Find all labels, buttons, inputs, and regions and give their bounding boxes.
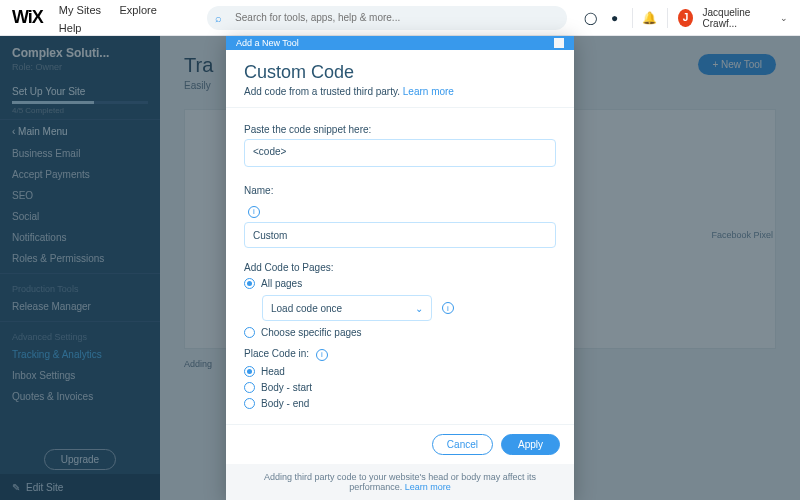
nav-my-sites[interactable]: My Sites <box>59 4 101 16</box>
place-code-label: Place Code in: i <box>244 348 556 361</box>
radio-all-pages[interactable]: All pages <box>244 278 556 289</box>
top-nav: My Sites Explore Help <box>59 0 191 36</box>
modal-footnote: Adding third party code to your website'… <box>226 464 574 500</box>
radio-icon <box>244 382 255 393</box>
radio-body-end[interactable]: Body - end <box>244 398 556 409</box>
radio-body-start[interactable]: Body - start <box>244 382 556 393</box>
modal-footer: Cancel Apply <box>226 424 574 464</box>
search-icon: ⌕ <box>215 12 222 24</box>
code-snippet-input[interactable]: <code> <box>244 139 556 167</box>
radio-choose-pages[interactable]: Choose specific pages <box>244 327 556 338</box>
name-input[interactable] <box>244 222 556 248</box>
cancel-button[interactable]: Cancel <box>432 434 493 455</box>
avatar[interactable]: J <box>678 9 692 27</box>
top-bar: WiX My Sites Explore Help ⌕ ◯ ● 🔔 J Jacq… <box>0 0 800 36</box>
paste-label: Paste the code snippet here: <box>244 124 556 135</box>
separator <box>226 107 574 108</box>
radio-icon <box>244 327 255 338</box>
name-label: Name: <box>244 185 556 196</box>
divider <box>667 8 668 28</box>
radio-icon <box>244 398 255 409</box>
custom-code-modal: Add a New Tool Custom Code Add code from… <box>226 36 574 500</box>
nav-explore[interactable]: Explore <box>119 4 156 16</box>
learn-more-link[interactable]: Learn more <box>403 86 454 97</box>
info-icon[interactable]: i <box>442 302 454 314</box>
nav-help[interactable]: Help <box>59 22 82 34</box>
learn-more-link[interactable]: Learn more <box>405 482 451 492</box>
divider <box>632 8 633 28</box>
modal-title: Custom Code <box>244 62 556 83</box>
add-to-pages-label: Add Code to Pages: <box>244 262 556 273</box>
close-icon[interactable] <box>554 38 564 48</box>
chevron-down-icon[interactable]: ⌄ <box>780 13 788 23</box>
chat-icon[interactable]: ● <box>607 9 621 27</box>
wix-logo[interactable]: WiX <box>12 7 43 28</box>
search-input[interactable] <box>207 6 567 30</box>
github-icon[interactable]: ◯ <box>583 9 597 27</box>
modal-description: Add code from a trusted third party. Lea… <box>244 86 556 97</box>
radio-icon <box>244 366 255 377</box>
search-container: ⌕ <box>207 6 567 30</box>
radio-head[interactable]: Head <box>244 366 556 377</box>
modal-bar-title: Add a New Tool <box>236 38 299 48</box>
user-name[interactable]: Jacqueline Crawf... <box>703 7 770 29</box>
radio-icon <box>244 278 255 289</box>
top-icons: ◯ ● 🔔 J Jacqueline Crawf... ⌄ <box>583 7 788 29</box>
bell-icon[interactable]: 🔔 <box>642 9 657 27</box>
chevron-down-icon: ⌄ <box>415 303 423 314</box>
modal-header-bar: Add a New Tool <box>226 36 574 50</box>
apply-button[interactable]: Apply <box>501 434 560 455</box>
info-icon[interactable]: i <box>248 206 260 218</box>
info-icon[interactable]: i <box>316 349 328 361</box>
load-option-select[interactable]: Load code once ⌄ <box>262 295 432 321</box>
